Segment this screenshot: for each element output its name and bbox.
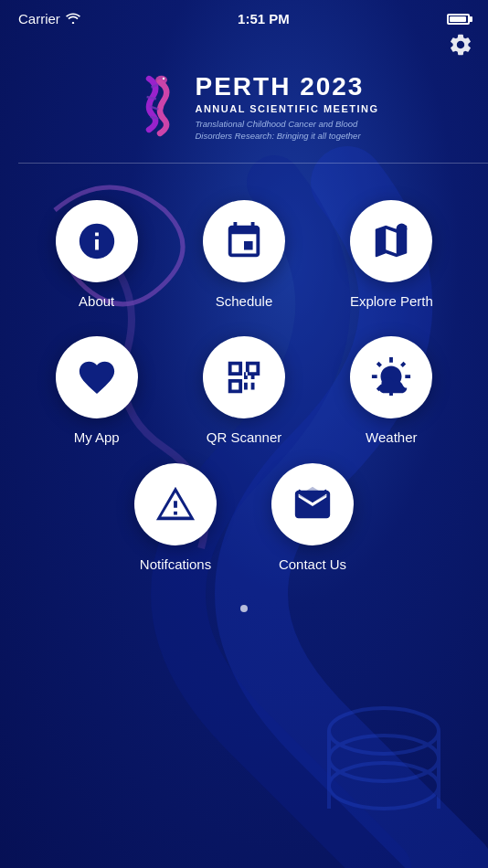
menu-item-explore-perth[interactable]: Explore Perth <box>323 200 461 309</box>
menu-item-schedule[interactable]: Schedule <box>175 200 313 309</box>
info-icon <box>76 220 118 262</box>
logo-icon <box>109 71 182 144</box>
svg-point-9 <box>156 76 168 85</box>
explore-perth-label: Explore Perth <box>350 293 433 309</box>
about-label: About <box>79 293 114 309</box>
carrier-label: Carrier <box>18 11 60 26</box>
qr-scanner-label: QR Scanner <box>207 429 282 445</box>
header-title: PERTH 2023 <box>195 73 378 101</box>
menu-item-about[interactable]: About <box>27 200 165 309</box>
contact-us-label: Contact Us <box>279 556 346 572</box>
qr-icon-circle <box>203 336 285 418</box>
heart-icon <box>76 356 118 398</box>
wifi-icon <box>66 11 80 26</box>
status-bar: Carrier 1:51 PM <box>0 0 488 32</box>
qr-icon <box>223 356 265 398</box>
status-carrier: Carrier <box>18 11 80 26</box>
menu-item-weather[interactable]: Weather <box>323 336 461 445</box>
header-text: PERTH 2023 ANNUAL SCIENTIFIC MEETING Tra… <box>195 73 378 142</box>
my-app-icon-circle <box>56 336 138 418</box>
menu-item-qr-scanner[interactable]: QR Scanner <box>175 336 313 445</box>
status-battery <box>447 14 470 25</box>
header-subtitle: ANNUAL SCIENTIFIC MEETING <box>195 103 378 114</box>
battery-icon <box>447 14 470 25</box>
contact-icon-circle <box>271 463 354 545</box>
header-tagline: Translational Childhood Cancer and Blood… <box>195 118 377 143</box>
menu-grid: About Schedule Explore Perth My App <box>0 164 488 463</box>
about-icon-circle <box>56 200 138 282</box>
schedule-label: Schedule <box>216 293 273 309</box>
schedule-icon-circle <box>203 200 285 282</box>
menu-item-notifications[interactable]: Notifcations <box>134 463 217 572</box>
notifications-icon-circle <box>134 463 217 545</box>
weather-label: Weather <box>366 429 417 445</box>
status-time: 1:51 PM <box>238 11 290 26</box>
calendar-icon <box>223 220 265 262</box>
bottom-menu-grid: Notifcations Contact Us <box>0 463 488 590</box>
menu-item-my-app[interactable]: My App <box>27 336 165 445</box>
explore-icon-circle <box>350 200 432 282</box>
weather-icon-circle <box>350 336 432 418</box>
settings-button[interactable] <box>448 32 473 64</box>
mail-icon <box>292 483 334 525</box>
page-indicator <box>0 590 488 621</box>
map-icon <box>370 220 412 262</box>
indicator-dot <box>240 605 248 612</box>
header: PERTH 2023 ANNUAL SCIENTIFIC MEETING Tra… <box>0 71 488 163</box>
my-app-label: My App <box>74 429 120 445</box>
alert-icon <box>154 483 196 525</box>
weather-icon <box>370 356 412 398</box>
menu-item-contact-us[interactable]: Contact Us <box>271 463 354 572</box>
svg-point-10 <box>163 78 164 79</box>
notifications-label: Notifcations <box>140 556 211 572</box>
